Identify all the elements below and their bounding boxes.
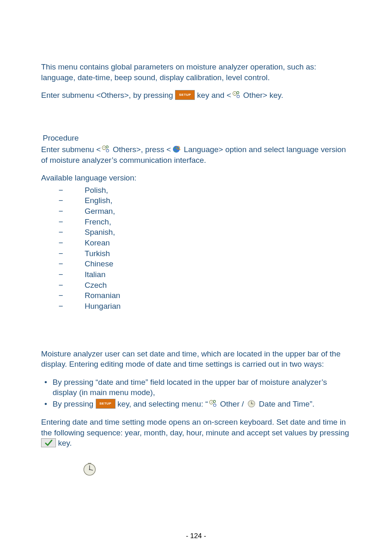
text-segment: Others>, press < — [111, 145, 171, 154]
svg-rect-23 — [88, 463, 91, 464]
list-item: −Polish, — [41, 185, 351, 196]
procedure-paragraph: Enter submenu < Others>, press < Languag… — [41, 144, 351, 165]
clock-icon — [82, 462, 97, 476]
globe-icon — [172, 145, 181, 154]
svg-point-3 — [237, 95, 239, 98]
page-number: - 124 - — [0, 532, 392, 541]
list-item: −Chinese — [41, 259, 351, 269]
bullet-dash-icon: − — [53, 259, 68, 269]
clock-icon — [247, 399, 256, 408]
datetime-bullet-list: By pressing “date and time” field locate… — [41, 377, 351, 409]
list-item: −Hungarian — [41, 301, 351, 312]
setup-key-icon: SETUP — [96, 399, 115, 409]
language-name: Romanian — [85, 290, 120, 301]
language-name: Czech — [85, 280, 107, 291]
svg-point-1 — [234, 93, 235, 94]
enter-submenu-paragraph: Enter submenu <Others>, by pressing SETU… — [41, 90, 351, 101]
text-segment: Other> key. — [241, 91, 284, 99]
procedure-heading: Procedure — [43, 133, 351, 143]
bullet-dash-icon: − — [53, 248, 68, 259]
text-segment: By pressing “date and time” field locate… — [53, 378, 327, 397]
text-segment: Enter submenu < — [41, 145, 101, 154]
language-name: Turkish — [85, 248, 110, 259]
datetime-intro-paragraph: Moisture analyzer user can set date and … — [41, 349, 351, 370]
check-key-icon — [41, 438, 56, 447]
language-name: Hungarian — [85, 301, 121, 312]
bullet-dash-icon: − — [53, 238, 68, 248]
bullet-dash-icon: − — [53, 301, 68, 312]
bullet-dash-icon: − — [53, 280, 68, 291]
gears-icon — [101, 144, 110, 153]
text-segment: Enter submenu <Others>, by pressing — [41, 91, 175, 99]
list-item: −German, — [41, 206, 351, 217]
language-name: English, — [85, 195, 113, 206]
text-segment: Other / — [218, 400, 246, 408]
svg-point-7 — [106, 149, 109, 152]
list-item: −Turkish — [41, 248, 351, 259]
text-segment: key and < — [195, 91, 231, 99]
list-item: −English, — [41, 195, 351, 206]
svg-point-14 — [214, 404, 216, 406]
svg-point-18 — [251, 403, 252, 404]
text-segment: Entering date and time setting mode open… — [41, 418, 349, 437]
bullet-dash-icon: − — [53, 269, 68, 280]
svg-point-2 — [236, 92, 239, 94]
list-item: By pressing “date and time” field locate… — [41, 377, 351, 398]
language-name: Italian — [85, 269, 106, 280]
language-name: Spanish, — [85, 227, 115, 238]
bullet-dash-icon: − — [53, 206, 68, 217]
datetime-outro-paragraph: Entering date and time setting mode open… — [41, 417, 351, 449]
bullet-dash-icon: − — [53, 227, 68, 238]
language-name: Polish, — [85, 185, 108, 196]
language-name: Chinese — [85, 259, 113, 269]
list-item: −Czech — [41, 280, 351, 291]
intro-paragraph: This menu contains global parameters on … — [41, 62, 351, 83]
svg-point-22 — [89, 469, 90, 470]
list-item: −Spanish, — [41, 227, 351, 238]
svg-point-13 — [213, 400, 216, 403]
bullet-dash-icon: − — [53, 217, 68, 227]
svg-point-5 — [104, 147, 104, 148]
svg-point-6 — [106, 146, 108, 148]
text-segment: key, and selecting menu: “ — [115, 400, 208, 408]
language-name: German, — [85, 206, 115, 217]
svg-point-12 — [211, 402, 212, 402]
list-item: −Korean — [41, 238, 351, 248]
list-item: By pressing SETUP key, and selecting men… — [41, 399, 351, 409]
available-languages-heading: Available language version: — [41, 173, 351, 183]
gears-icon — [208, 399, 217, 408]
setup-key-icon: SETUP — [175, 90, 195, 100]
list-item: −Romanian — [41, 290, 351, 301]
list-item: −Italian — [41, 269, 351, 280]
gears-icon — [232, 90, 241, 99]
bullet-dash-icon: − — [53, 195, 68, 206]
language-name: Korean — [85, 238, 110, 248]
text-segment: Date and Time”. — [257, 400, 314, 408]
bullet-dash-icon: − — [53, 290, 68, 301]
bullet-dash-icon: − — [53, 185, 68, 196]
text-segment: key. — [56, 439, 72, 447]
language-list: −Polish,−English,−German,−French,−Spanis… — [41, 185, 351, 312]
language-name: French, — [85, 217, 111, 227]
list-item: −French, — [41, 217, 351, 227]
text-segment: By pressing — [53, 400, 96, 408]
